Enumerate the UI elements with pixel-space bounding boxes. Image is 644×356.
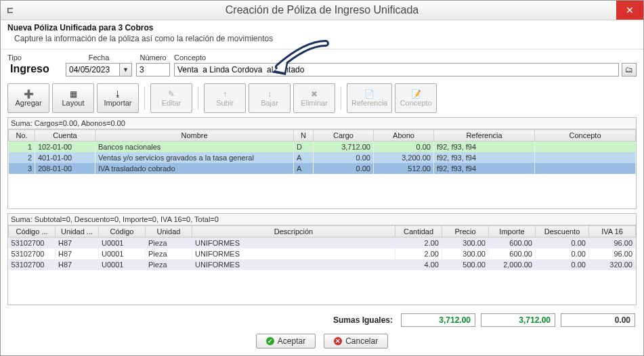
editar-label: Editar (162, 99, 181, 107)
app-icon: ⊏ (5, 5, 16, 16)
cancel-button[interactable]: ✕ Cancelar (324, 334, 388, 349)
col-unidad[interactable]: Unidad (146, 226, 192, 238)
cell: 0.00 (536, 238, 589, 249)
layout-button[interactable]: ▦Layout (52, 83, 94, 113)
cell: 53102700 (9, 248, 56, 259)
fecha-dropdown[interactable]: ▼ (120, 63, 132, 76)
movements-suma: Suma: Cargos=0.00, Abonos=0.00 (8, 118, 636, 129)
col-cantidad[interactable]: Cantidad (395, 226, 442, 238)
editar-icon: ✎ (168, 90, 175, 98)
cell: 0.00 (374, 141, 434, 153)
close-icon: ✕ (626, 5, 634, 16)
eliminar-button: ✖Eliminar (293, 83, 335, 113)
numero-label: Número (136, 53, 170, 62)
concepto-label: Concepto (174, 53, 637, 62)
table-row[interactable]: 1102-01-00Bancos nacionalesD3,712.000.00… (9, 141, 636, 153)
importar-button[interactable]: ⭳Importar (97, 83, 139, 113)
subir-label: Subir (216, 99, 234, 107)
col-codigo2[interactable]: Código (99, 226, 146, 238)
cancel-icon: ✕ (334, 337, 342, 345)
cell: 0.00 (536, 248, 589, 259)
col-n[interactable]: N (294, 130, 314, 141)
col-cuenta[interactable]: Cuenta (35, 130, 95, 141)
cell: U0001 (99, 238, 146, 249)
table-row[interactable]: 53102700H87U0001PiezaUNIFORMES2.00300.00… (9, 238, 636, 249)
col-nombre[interactable]: Nombre (95, 130, 294, 141)
details-grid[interactable]: Código ... Unidad ... Código Unidad Desc… (8, 225, 636, 270)
cell: 300.00 (442, 238, 489, 249)
lookup-icon: 🗂 (625, 65, 633, 74)
col-no[interactable]: No. (9, 130, 35, 141)
col-precio[interactable]: Precio (442, 226, 489, 238)
agregar-icon: ➕ (24, 90, 34, 98)
concepto-icon: 📝 (411, 90, 421, 98)
layout-label: Layout (62, 99, 84, 107)
cell: Bancos nacionales (95, 141, 294, 153)
movements-grid[interactable]: No. Cuenta Nombre N Cargo Abono Referenc… (8, 129, 636, 174)
cell: 0.00 (536, 259, 589, 270)
col-unidadsat[interactable]: Unidad ... (56, 226, 99, 238)
concepto-input[interactable] (174, 63, 619, 76)
cell: 3,712.00 (314, 141, 374, 153)
referencia-icon: 📄 (364, 90, 374, 98)
col-referencia[interactable]: Referencia (434, 130, 535, 141)
col-iva[interactable]: IVA 16 (589, 226, 636, 238)
cell: 320.00 (589, 259, 636, 270)
cell: H87 (56, 248, 99, 259)
cell: 3,200.00 (374, 152, 434, 163)
cell: 96.00 (589, 238, 636, 249)
importar-label: Importar (104, 99, 132, 107)
cell: 500.00 (442, 259, 489, 270)
col-importe[interactable]: Importe (489, 226, 536, 238)
cell: UNIFORMES (192, 259, 395, 270)
subheader: Nueva Póliza Unificada para 3 Cobros Cap… (1, 20, 643, 49)
cell: 4.00 (395, 259, 442, 270)
table-row[interactable]: 2401-01-00Ventas y/o servicios gravados … (9, 152, 636, 163)
cell (535, 141, 636, 153)
accept-label: Aceptar (278, 336, 305, 346)
cell: IVA trasladado cobrado (95, 163, 294, 174)
fecha-label: Fecha (66, 53, 132, 62)
cell: 208-01-00 (35, 163, 95, 174)
concepto-lookup-button[interactable]: 🗂 (622, 63, 637, 76)
toolbar: ➕Agregar▦Layout⭳Importar✎Editar↑Subir↓Ba… (1, 81, 643, 117)
cell: 102-01-00 (35, 141, 95, 153)
bajar-label: Bajar (261, 99, 278, 107)
table-row[interactable]: 53102700H87U0001PiezaUNIFORMES4.00500.00… (9, 259, 636, 270)
cell: 96.00 (589, 248, 636, 259)
col-cargo[interactable]: Cargo (314, 130, 374, 141)
accept-button[interactable]: ✓ Aceptar (256, 334, 316, 349)
layout-icon: ▦ (70, 90, 77, 98)
cell: UNIFORMES (192, 248, 395, 259)
table-row[interactable]: 3208-01-00IVA trasladado cobradoA0.00512… (9, 163, 636, 174)
titlebar: ⊏ Creación de Póliza de Ingreso Unificad… (1, 1, 643, 20)
toolbar-separator (144, 87, 145, 110)
cell: 2.00 (395, 238, 442, 249)
cancel-label: Cancelar (345, 336, 378, 346)
concepto-label: Concepto (400, 99, 432, 107)
table-row[interactable]: 53102700H87U0001PiezaUNIFORMES2.00300.00… (9, 248, 636, 259)
totals-cargo: 3,712.00 (401, 313, 475, 327)
agregar-button[interactable]: ➕Agregar (7, 83, 49, 113)
check-icon: ✓ (266, 337, 274, 345)
tipo-label: Tipo (7, 53, 22, 62)
col-codigo[interactable]: Código ... (9, 226, 56, 238)
cell: Pieza (146, 259, 192, 270)
close-button[interactable]: ✕ (616, 1, 643, 20)
eliminar-label: Eliminar (301, 99, 328, 107)
importar-icon: ⭳ (114, 90, 122, 98)
col-abono[interactable]: Abono (374, 130, 434, 141)
col-descuento[interactable]: Descuento (536, 226, 589, 238)
cell (535, 163, 636, 174)
cell: 53102700 (9, 259, 56, 270)
cell: H87 (56, 259, 99, 270)
col-concepto[interactable]: Concepto (535, 130, 636, 141)
editar-button: ✎Editar (150, 83, 192, 113)
cell: A (294, 163, 314, 174)
totals-label: Sumas Iguales: (333, 315, 393, 325)
numero-input[interactable] (136, 63, 170, 76)
form-row: Tipo Ingreso Fecha ▼ Número Concepto 🗂 (1, 49, 643, 81)
cell: Pieza (146, 248, 192, 259)
fecha-input[interactable] (66, 63, 120, 76)
col-desc[interactable]: Descripción (192, 226, 395, 238)
